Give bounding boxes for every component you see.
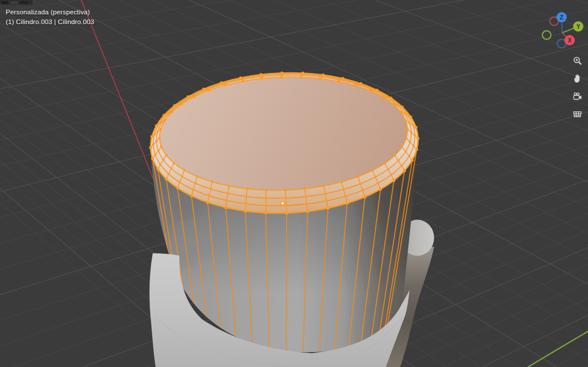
blender-3d-viewport[interactable]: Personalizada (perspectiva) (1) Cilindro… (0, 0, 588, 367)
gizmo-axis-neg-y[interactable] (543, 31, 551, 40)
viewport-canvas[interactable] (0, 0, 588, 367)
grid-ortho-button[interactable] (571, 107, 583, 120)
editor-header-fragment[interactable] (0, 0, 33, 5)
hand-icon (572, 73, 583, 84)
header-tool-icon (20, 1, 28, 4)
zoom-button[interactable] (571, 54, 583, 67)
camera-icon (572, 91, 583, 102)
gizmo-axis-label-x: X (568, 37, 572, 44)
gizmo-axis-label-y: Y (577, 24, 581, 30)
editor-type-icon (2, 1, 8, 4)
grid-icon (572, 109, 583, 119)
gizmo-axis-label-z: Z (560, 14, 563, 21)
pan-button[interactable] (571, 72, 583, 84)
viewport-nav-tools (569, 54, 585, 120)
object-origin (281, 202, 285, 206)
navigation-gizmo[interactable]: XYZ (539, 8, 586, 57)
zoom-in-icon (572, 55, 583, 66)
camera-view-button[interactable] (571, 90, 583, 102)
mode-selector-icon (10, 1, 18, 4)
